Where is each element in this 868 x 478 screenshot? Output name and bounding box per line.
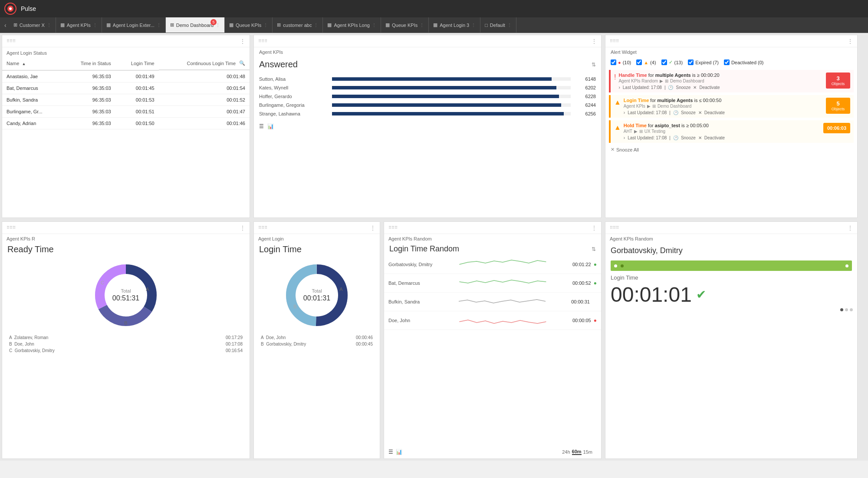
tab-dots-agent-login-3[interactable]: ⋮	[471, 23, 476, 27]
cell-time-status: 96:35:03	[62, 82, 115, 94]
alert-2-source-icon: ⊞	[652, 104, 656, 109]
snooze-all-button[interactable]: ✕ Snooze All	[605, 144, 857, 155]
agent-detail-bar	[611, 260, 852, 271]
kpi-bars-container: Sutton, Alisa 6148 Kates, Wynell 6202 Ho…	[254, 73, 601, 120]
agent-kpis-title: Agent KPIs	[254, 47, 601, 56]
alert-3-snooze[interactable]: Snooze	[681, 135, 696, 140]
alert-2-source-dash: Demo Dashboard	[658, 104, 691, 109]
svg-text:C: C	[101, 280, 104, 285]
alert-check-deactivated[interactable]	[724, 59, 730, 65]
tab-dots-agent-login-ext[interactable]: ⋮	[157, 23, 161, 27]
panel-menu-agent-login-panel[interactable]: ⋮	[370, 225, 375, 231]
drag-handle-agent-login[interactable]: ⠿⠿⠿	[7, 39, 16, 43]
kpi-name: Hoffer, Gerardo	[259, 94, 329, 99]
drag-handle-kpis[interactable]: ⠿⠿⠿	[258, 39, 267, 43]
alert-2-deactivate[interactable]: Deactivate	[704, 110, 725, 115]
page-dot-1[interactable]	[840, 308, 843, 311]
alert-2-chevron[interactable]: ›	[624, 110, 625, 115]
col-login-time[interactable]: Login Time	[115, 57, 159, 70]
kpi-name: Strange, Lashawna	[259, 111, 329, 116]
tab-demo-dashboard[interactable]: ⊞ Demo Dashboard 5 ⋮	[166, 17, 225, 33]
svg-point-2	[9, 7, 12, 10]
col-time-status[interactable]: Time in Status	[62, 57, 115, 70]
col-name[interactable]: Name ▲	[2, 57, 62, 70]
tab-default[interactable]: □ Default ⋮	[480, 17, 516, 33]
panel-menu-kpis[interactable]: ⋮	[592, 38, 597, 44]
table-row: Bat, Demarcus 96:35:03 00:01:45 00:01:54	[2, 82, 250, 94]
chart-icon[interactable]: 📊	[267, 123, 274, 129]
agent-login-panel: ⠿⠿⠿ ⋮ Agent Login Login Time Total 00:01…	[253, 221, 380, 459]
alert-check-expired[interactable]	[688, 59, 694, 65]
agent-login-panel-title-row: Agent Login	[254, 234, 380, 243]
alert-3-source-aht: AHT	[624, 129, 632, 134]
table-search-icon[interactable]: 🔍	[239, 60, 245, 66]
drag-handle-kpis-random[interactable]: ⠿⠿⠿	[388, 225, 398, 230]
alert-check-warning[interactable]	[636, 59, 642, 65]
error-icon: ●	[618, 60, 621, 65]
cell-continuous-login: 00:01:52	[159, 94, 250, 106]
tab-agent-login-ext[interactable]: ▦ Agent Login Exter... ⋮	[102, 17, 166, 33]
alert-1-source-dash: Demo Dashboard	[670, 79, 704, 83]
tab-dots-queue-kpis-2[interactable]: ⋮	[420, 23, 424, 27]
alert-check-ok[interactable]	[661, 59, 667, 65]
drag-handle-alert[interactable]: ⠿⠿⠿	[610, 39, 619, 43]
kpis-random-sort[interactable]: ⇅	[592, 246, 596, 252]
tab-agent-kpis[interactable]: ▦ Agent KPIs ⋮	[56, 17, 102, 33]
kpis-random-title-row: Agent KPIs Random	[384, 234, 601, 243]
tab-dots-default[interactable]: ⋮	[507, 23, 512, 27]
panel-menu-alert[interactable]: ⋮	[848, 38, 853, 44]
panel-menu-kpis-r[interactable]: ⋮	[240, 225, 245, 231]
drag-handle-kpis-r[interactable]: ⠿⠿⠿	[7, 225, 16, 230]
kpi-bar-fill	[332, 77, 552, 81]
agent-login-status-panel: ⠿⠿⠿ ⋮ Agent Login Status Name ▲	[2, 35, 250, 218]
tab-dots-agent-kpis[interactable]: ⋮	[93, 23, 97, 27]
tab-prev-arrow[interactable]: ‹	[2, 20, 9, 30]
time-60m[interactable]: 60m	[572, 449, 582, 455]
alert-1-snooze[interactable]: Snooze	[676, 85, 690, 90]
tab-customer-x[interactable]: ⊞ Customer X ⋮	[9, 17, 56, 33]
drag-handle-agent-login-panel[interactable]: ⠿⠿⠿	[258, 225, 267, 230]
tab-dots-customer-abc[interactable]: ⋮	[314, 23, 318, 27]
alert-1-deactivate[interactable]: Deactivate	[699, 85, 720, 90]
kpi-sort-icon[interactable]: ⇅	[592, 62, 596, 68]
tab-queue-kpis[interactable]: ▦ Queue KPIs ⋮	[225, 17, 273, 33]
tab-dots-customer-x[interactable]: ⋮	[47, 23, 51, 27]
tab-queue-kpis-2[interactable]: ▦ Queue KPIs ⋮	[381, 17, 429, 33]
panel-menu-kpis-random[interactable]: ⋮	[592, 225, 597, 231]
alert-1-updated: Last Updated: 17:08	[623, 85, 662, 90]
alert-1-chevron[interactable]: ›	[618, 85, 620, 90]
page-dot-3[interactable]	[850, 308, 853, 311]
panel-menu-detail[interactable]: ⋮	[848, 225, 853, 231]
tab-agent-login-3[interactable]: ▦ Agent Login 3 ⋮	[429, 17, 480, 33]
alert-3-deactivate[interactable]: Deactivate	[704, 135, 725, 140]
alert-expired-label: Expired (7)	[695, 60, 719, 65]
time-range-selector: 24h 60m 15m	[558, 447, 597, 457]
alert-ok-count: (13)	[674, 60, 683, 65]
time-24h[interactable]: 24h	[562, 449, 570, 455]
login-legend-a-label: A Doe, John	[261, 335, 286, 340]
tab-customer-abc[interactable]: ⊞ customer abc ⋮	[273, 17, 323, 33]
tab-dots-agent-kpis-long[interactable]: ⋮	[372, 23, 376, 27]
tab-dots-queue-kpis[interactable]: ⋮	[263, 23, 268, 27]
alert-check-error[interactable]	[611, 59, 616, 65]
detail-status-icon: ✔	[696, 287, 706, 302]
alert-3-chevron[interactable]: ›	[624, 135, 625, 140]
table-row: Candy, Adrian 96:35:03 00:01:50 00:01:46	[2, 118, 250, 129]
page-dot-2[interactable]	[845, 308, 848, 311]
tab-dots-demo-dashboard[interactable]: ⋮	[216, 23, 220, 27]
sparkline-status-4: ●	[594, 317, 597, 323]
alert-1-badge-count: 3	[836, 75, 839, 82]
sparkline-chart-icon[interactable]: 📊	[396, 449, 402, 455]
drag-handle-detail[interactable]: ⠿⠿⠿	[610, 225, 619, 230]
tab-agent-kpis-long[interactable]: ▦ Agent KPIs Long ⋮	[323, 17, 381, 33]
cell-name: Anastasio, Jae	[2, 70, 62, 82]
col-continuous-login[interactable]: Continuous Login Time 🔍	[159, 57, 250, 70]
kpi-value: 6202	[574, 85, 596, 90]
sparkline-footer-icons: ☰ 📊	[388, 449, 402, 455]
time-15m[interactable]: 15m	[583, 449, 592, 455]
warning-icon: ▲	[644, 60, 648, 65]
list-icon[interactable]: ☰	[259, 123, 264, 129]
alert-2-snooze[interactable]: Snooze	[681, 110, 696, 115]
sparkline-list-icon[interactable]: ☰	[388, 449, 393, 455]
panel-menu-agent-login[interactable]: ⋮	[240, 38, 245, 44]
